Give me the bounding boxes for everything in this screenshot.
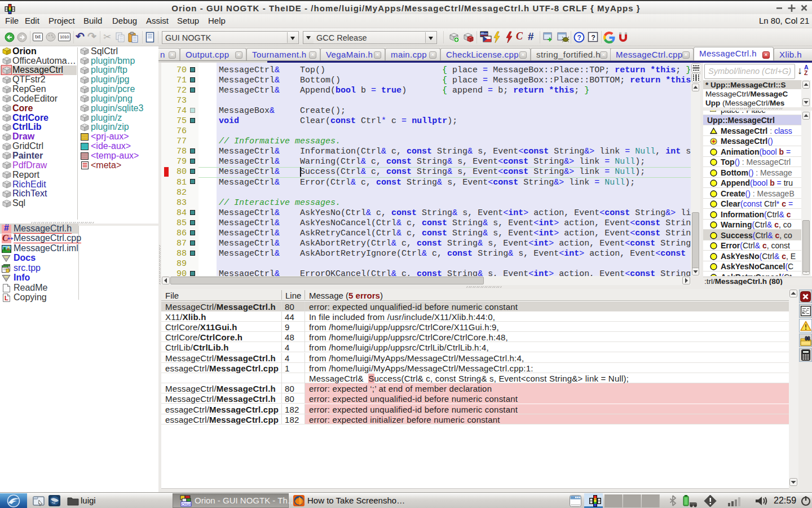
svg-text:?: ? (592, 34, 595, 42)
svg-text:Orion: Orion (182, 502, 191, 506)
svg-text:L: L (5, 295, 8, 301)
svg-text:?: ? (577, 34, 581, 42)
